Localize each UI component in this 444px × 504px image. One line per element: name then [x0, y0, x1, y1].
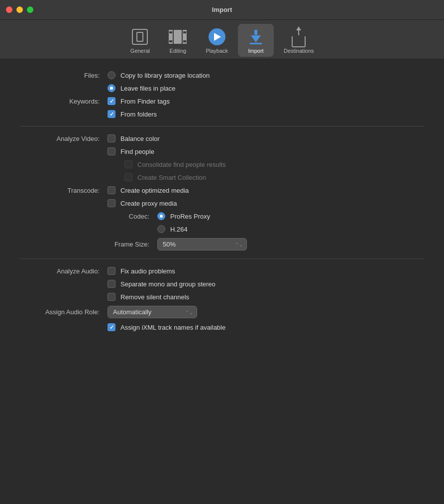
minimize-button[interactable] — [16, 6, 23, 13]
files-copy-label: Copy to library storage location — [120, 72, 210, 79]
analyze-audio-row-separate: Separate mono and group stereo — [20, 280, 424, 288]
keywords-label: Keywords: — [20, 98, 100, 105]
frame-size-select[interactable]: 25% 50% 75% 100% — [157, 238, 247, 251]
radio-h264[interactable] — [157, 225, 165, 233]
toolbar-item-import[interactable]: Import — [238, 24, 274, 57]
toolbar-label-playback: Playback — [206, 48, 228, 54]
analyze-audio-separate-label: Separate mono and group stereo — [120, 280, 216, 288]
traffic-lights — [6, 6, 33, 13]
checkbox-create-proxy-media[interactable] — [108, 199, 115, 207]
divider-1 — [20, 126, 424, 126]
codec-prores-content: ProRes Proxy — [157, 212, 210, 220]
files-row-leave: Leave files in place — [20, 84, 424, 92]
keywords-row-folders: From folders — [20, 110, 424, 118]
assign-audio-role-select-wrapper: Automatically Dialogue Music Effects — [108, 306, 197, 318]
main-content: Files: Copy to library storage location … — [0, 59, 444, 504]
checkbox-from-finder-tags[interactable] — [108, 97, 115, 105]
codec-row-h264: H.264 — [20, 225, 424, 233]
files-section: Files: Copy to library storage location … — [20, 71, 424, 92]
checkbox-remove-silent-channels[interactable] — [108, 293, 115, 301]
codec-prores-label: ProRes Proxy — [170, 213, 210, 220]
analyze-video-consolidate-content: Consolidate find people results — [108, 160, 226, 168]
toolbar-item-playback[interactable]: Playback — [198, 24, 236, 57]
keywords-section: Keywords: From Finder tags From folders — [20, 97, 424, 118]
toolbar-item-general[interactable]: General — [122, 24, 158, 57]
assign-ixml-content: Assign iXML track names if available — [108, 323, 225, 331]
frame-size-label: Frame Size: — [20, 241, 149, 248]
analyze-audio-label: Analyze Audio: — [20, 267, 100, 275]
frame-size-section: Frame Size: 25% 50% 75% 100% — [20, 238, 424, 251]
window-title: Import — [212, 6, 232, 13]
analyze-video-section: Analyze Video: Balance color Find people… — [20, 134, 424, 181]
toolbar: General Editing Playback — [0, 20, 444, 59]
checkbox-find-people[interactable] — [108, 147, 115, 155]
transcode-optimized-content: Create optimized media — [108, 186, 189, 194]
analyze-video-find-people-label: Find people — [120, 148, 154, 155]
analyze-audio-separate-content: Separate mono and group stereo — [108, 280, 216, 288]
codec-section: Codec: ProRes Proxy H.264 — [20, 212, 424, 233]
keywords-row-finder: Keywords: From Finder tags — [20, 97, 424, 105]
destinations-icon — [289, 27, 309, 47]
analyze-audio-fix-label: Fix audio problems — [120, 267, 175, 275]
keywords-finder-content: From Finder tags — [108, 97, 170, 105]
analyze-video-smart-collection-content: Create Smart Collection — [108, 173, 206, 181]
assign-ixml-label: Assign iXML track names if available — [120, 324, 225, 331]
checkbox-balance-color[interactable] — [108, 134, 115, 142]
files-leave-content: Leave files in place — [108, 84, 176, 92]
analyze-video-row-find-people: Find people — [20, 147, 424, 155]
radio-prores-proxy[interactable] — [157, 212, 165, 220]
files-leave-label: Leave files in place — [120, 85, 176, 92]
checkbox-consolidate-find-people[interactable] — [124, 160, 132, 168]
general-icon — [130, 27, 150, 47]
frame-size-row: Frame Size: 25% 50% 75% 100% — [20, 238, 424, 251]
assign-audio-role-select[interactable]: Automatically Dialogue Music Effects — [108, 306, 197, 318]
analyze-video-balance-content: Balance color — [108, 134, 160, 142]
toolbar-label-general: General — [130, 48, 150, 54]
maximize-button[interactable] — [27, 6, 33, 13]
radio-leave-in-place[interactable] — [108, 84, 115, 92]
titlebar: Import — [0, 0, 444, 20]
analyze-audio-fix-content: Fix audio problems — [108, 267, 175, 275]
codec-h264-label: H.264 — [170, 226, 188, 233]
codec-h264-content: H.264 — [157, 225, 188, 233]
assign-audio-role-content: Automatically Dialogue Music Effects — [108, 306, 197, 318]
editing-icon — [168, 27, 188, 47]
transcode-proxy-content: Create proxy media — [108, 199, 177, 207]
toolbar-label-editing: Editing — [170, 48, 187, 54]
transcode-row-optimized: Transcode: Create optimized media — [20, 186, 424, 194]
analyze-video-consolidate-label: Consolidate find people results — [137, 161, 226, 168]
analyze-audio-remove-label: Remove silent channels — [120, 293, 189, 301]
radio-copy-to-library[interactable] — [108, 71, 115, 79]
keywords-folders-content: From folders — [108, 110, 157, 118]
checkbox-create-optimized-media[interactable] — [108, 186, 115, 194]
toolbar-item-editing[interactable]: Editing — [160, 24, 196, 57]
analyze-video-row-smart-collection: Create Smart Collection — [20, 173, 424, 181]
files-label: Files: — [20, 72, 100, 79]
analyze-video-row-balance: Analyze Video: Balance color — [20, 134, 424, 142]
codec-label: Codec: — [20, 213, 149, 220]
checkbox-from-folders[interactable] — [108, 110, 115, 118]
checkbox-create-smart-collection[interactable] — [124, 173, 132, 181]
transcode-label: Transcode: — [20, 187, 100, 194]
assign-audio-role-section: Assign Audio Role: Automatically Dialogu… — [20, 306, 424, 331]
transcode-optimized-label: Create optimized media — [120, 187, 189, 194]
divider-2 — [20, 258, 424, 259]
assign-audio-role-label: Assign Audio Role: — [20, 308, 100, 316]
files-copy-content: Copy to library storage location — [108, 71, 210, 79]
keywords-finder-label: From Finder tags — [120, 98, 170, 105]
assign-ixml-row: Assign iXML track names if available — [20, 323, 424, 331]
toolbar-item-destinations[interactable]: Destinations — [276, 24, 322, 57]
keywords-folders-label: From folders — [120, 111, 157, 118]
analyze-video-smart-collection-label: Create Smart Collection — [137, 174, 206, 181]
checkbox-separate-mono[interactable] — [108, 280, 115, 288]
analyze-audio-row-remove: Remove silent channels — [20, 293, 424, 301]
analyze-audio-remove-content: Remove silent channels — [108, 293, 189, 301]
checkbox-fix-audio-problems[interactable] — [108, 267, 115, 275]
checkbox-assign-ixml[interactable] — [108, 323, 115, 331]
analyze-video-label: Analyze Video: — [20, 135, 100, 142]
toolbar-label-import: Import — [248, 48, 263, 54]
codec-row-prores: Codec: ProRes Proxy — [20, 212, 424, 220]
files-row-copy: Files: Copy to library storage location — [20, 71, 424, 79]
transcode-row-proxy: Create proxy media — [20, 199, 424, 207]
close-button[interactable] — [6, 6, 12, 13]
